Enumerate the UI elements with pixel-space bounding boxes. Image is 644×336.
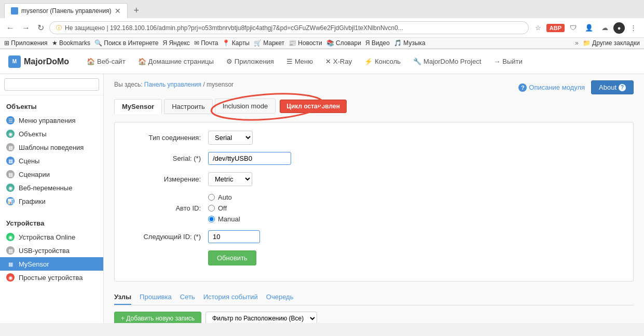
- auto-id-control: Auto Off Manual: [208, 193, 364, 223]
- menu-btn[interactable]: ⋮: [627, 23, 640, 33]
- star-btn[interactable]: ☆: [532, 23, 544, 33]
- breadcrumb-link1[interactable]: Панель управления: [144, 81, 201, 88]
- tab-firmware[interactable]: Прошивка: [140, 290, 172, 305]
- nav-apps[interactable]: ⚙ Приложения: [223, 58, 277, 65]
- tab-queue[interactable]: Очередь: [266, 290, 294, 305]
- radio-auto[interactable]: Auto: [208, 193, 364, 201]
- sidebar-item-mysensor[interactable]: ▦ MySensor: [0, 257, 103, 271]
- sidebar-item-scenes[interactable]: ▦ Сцены: [0, 154, 103, 167]
- bookmark-dict[interactable]: 📚 Словари: [326, 39, 361, 47]
- tab-bar: mysensor (Панель управления) ✕ +: [0, 0, 644, 18]
- connection-type-select[interactable]: Serial Network MQTT: [208, 131, 253, 145]
- radio-off[interactable]: Off: [208, 204, 364, 212]
- browser-actions: ☆ ABP 🛡 👤 ☁ ● ⋮: [532, 22, 640, 34]
- webvars-icon: ◉: [6, 184, 15, 192]
- bookmark-market[interactable]: 🛒 Маркет: [254, 39, 284, 47]
- extension3-btn[interactable]: ☁: [598, 23, 611, 33]
- update-btn[interactable]: Обновить: [208, 250, 256, 265]
- bookmark-other[interactable]: 📁 Другие закладки: [583, 39, 640, 47]
- objects-section-title: Объекты: [0, 100, 103, 114]
- settings-form: Тип соединения: Serial Network MQTT Seri…: [114, 122, 634, 282]
- sidebar-item-webvars[interactable]: ◉ Веб-переменные: [0, 181, 103, 194]
- page-tabs-section: MySensor Настроить Inclusion mode Цикл о…: [114, 99, 634, 114]
- nav-project[interactable]: 🔧 MajorDoMo Project: [410, 58, 484, 65]
- user-avatar[interactable]: ●: [613, 22, 625, 34]
- connection-type-label: Тип соединения:: [125, 134, 208, 142]
- location-filter[interactable]: Фильтр по Расположению (Все): [205, 312, 317, 323]
- sidebar-item-usb[interactable]: ▦ USB-устройства: [0, 244, 103, 257]
- radio-auto-input[interactable]: [208, 194, 215, 201]
- serial-label: Serial: (*): [125, 155, 208, 162]
- active-tab[interactable]: mysensor (Панель управления) ✕: [4, 3, 128, 18]
- sidebar-item-objects[interactable]: ◉ Объекты: [0, 127, 103, 141]
- simple-icon: ◉: [6, 273, 15, 282]
- bottom-tabs: Узлы Прошивка Сеть История событий Очере…: [114, 290, 634, 305]
- online-icon: ◉: [6, 233, 15, 241]
- add-record-btn[interactable]: + Добавить новую запись: [114, 312, 201, 323]
- sidebar-item-menu[interactable]: ☰ Меню управления: [0, 114, 103, 127]
- sidebar-item-templates[interactable]: ▦ Шаблоны поведения: [0, 141, 103, 154]
- tab-close-btn[interactable]: ✕: [115, 7, 121, 15]
- cycle-stop-btn[interactable]: Цикл остановлен: [280, 100, 347, 113]
- measurement-control: Metric Imperial: [208, 172, 364, 186]
- tab-mysensor[interactable]: MySensor: [114, 99, 162, 114]
- bookmark-bookmarks[interactable]: ★ Bookmarks: [52, 39, 90, 47]
- new-tab-btn[interactable]: +: [130, 3, 144, 18]
- address-bar[interactable]: ⓘ Не защищено | 192.168.100.106/admin.ph…: [49, 21, 529, 34]
- mysensor-icon: ▦: [6, 260, 15, 268]
- measurement-select[interactable]: Metric Imperial: [208, 172, 252, 186]
- nav-xray[interactable]: ✕ X-Ray: [322, 58, 355, 65]
- update-row: Обновить: [125, 250, 623, 265]
- logo-icon: M: [8, 55, 21, 68]
- tab-nodes[interactable]: Узлы: [114, 290, 131, 305]
- tab-network[interactable]: Сеть: [180, 290, 195, 305]
- inclusion-mode-btn[interactable]: Inclusion mode: [215, 99, 276, 114]
- abp-btn[interactable]: ABP: [546, 24, 565, 32]
- bookmark-music[interactable]: 🎵 Музыка: [394, 39, 426, 47]
- radio-manual-input[interactable]: [208, 216, 215, 222]
- bookmark-apps[interactable]: ⊞ ⊞ ПриложенияПриложения: [4, 39, 48, 47]
- connection-type-control: Serial Network MQTT: [208, 131, 364, 145]
- nav-home-pages[interactable]: 🏠 Домашние страницы: [135, 58, 217, 65]
- extension2-btn[interactable]: 👤: [582, 23, 596, 33]
- module-desc-link[interactable]: ? Описание модуля: [518, 83, 585, 92]
- bookmark-mail[interactable]: ✉ Почта: [194, 39, 218, 47]
- sidebar-item-scenarios[interactable]: ▦ Сценарии: [0, 167, 103, 181]
- sidebar-item-online[interactable]: ◉ Устройства Online: [0, 230, 103, 244]
- bookmark-yandex[interactable]: Я Яндекс: [162, 39, 189, 47]
- next-id-input[interactable]: [208, 230, 260, 243]
- nav-menu[interactable]: ☰ Меню: [283, 58, 316, 65]
- radio-off-input[interactable]: [208, 205, 215, 212]
- serial-row: Serial: (*): [125, 152, 623, 165]
- search-input[interactable]: [4, 78, 99, 91]
- extension1-btn[interactable]: 🛡: [567, 23, 580, 33]
- sidebar: Объекты ☰ Меню управления ◉ Объекты ▦ Ша…: [0, 74, 104, 323]
- about-button[interactable]: About ?: [591, 80, 634, 94]
- address-bar-row: ← → ↻ ⓘ Не защищено | 192.168.100.106/ad…: [0, 18, 644, 38]
- question-circle-icon: ?: [518, 83, 527, 92]
- radio-manual[interactable]: Manual: [208, 215, 364, 223]
- forward-btn[interactable]: →: [20, 22, 32, 34]
- content-area: Вы здесь: Панель управления / mysensor ?…: [104, 74, 644, 323]
- measurement-label: Измерение:: [125, 175, 208, 183]
- search-box: [0, 74, 103, 95]
- auto-id-row: Авто ID: Auto Off: [125, 193, 623, 223]
- bookmark-news[interactable]: 📰 Новости: [289, 39, 322, 47]
- nav-website[interactable]: 🏠 Веб-сайт: [84, 58, 128, 65]
- bookmark-more[interactable]: »: [575, 39, 579, 47]
- sidebar-item-simple[interactable]: ◉ Простые устройства: [0, 271, 103, 284]
- tab-event-history[interactable]: История событий: [203, 290, 258, 305]
- sidebar-item-charts[interactable]: 📊 Графики: [0, 194, 103, 208]
- nav-console[interactable]: ⚡ Консоль: [361, 58, 404, 65]
- nav-logout[interactable]: → Выйти: [490, 58, 526, 65]
- bookmark-search[interactable]: 🔍 Поиск в Интернете: [94, 39, 159, 47]
- serial-control: [208, 152, 364, 165]
- bookmark-video[interactable]: Я Видео: [365, 39, 390, 47]
- back-btn[interactable]: ←: [4, 22, 17, 34]
- refresh-btn[interactable]: ↻: [35, 22, 46, 34]
- tab-configure[interactable]: Настроить: [164, 99, 213, 114]
- serial-input[interactable]: [208, 152, 291, 165]
- top-nav: M MajorDoMo 🏠 Веб-сайт 🏠 Домашние страни…: [0, 49, 644, 74]
- bookmark-maps[interactable]: 📍 Карты: [222, 39, 250, 47]
- usb-icon: ▦: [6, 246, 15, 255]
